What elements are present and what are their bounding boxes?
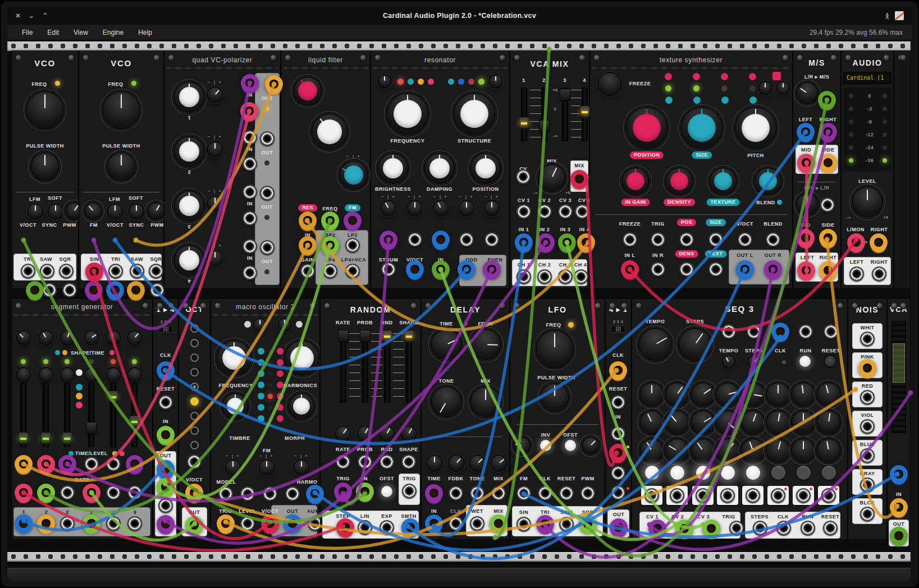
octave-dot[interactable] [190, 353, 199, 362]
voct-plug[interactable] [185, 484, 203, 502]
channel-switch[interactable] [158, 325, 173, 333]
trig-out-jack[interactable] [402, 484, 417, 498]
mode-teal-icon[interactable] [76, 384, 83, 391]
pulse-width-knob[interactable] [541, 384, 568, 411]
module-lfo[interactable]: LFO FREQ PULSE WIDTH INV OFST FM CLK RES… [510, 298, 605, 540]
in-plug-1[interactable] [241, 74, 259, 92]
module-vca-mix[interactable]: VCA MIX 1 2 3 4 +6 0 -∞ CV MIX -∞ +6 MIX… [510, 50, 589, 289]
model-jack-2[interactable] [240, 486, 255, 501]
seq-knob-r3c7[interactable] [792, 439, 815, 462]
size-jack[interactable] [708, 232, 723, 247]
lmon-plug[interactable] [847, 233, 865, 251]
step-light-3[interactable] [696, 466, 710, 480]
shape-knob-1[interactable] [17, 331, 30, 344]
in-jack-1[interactable] [611, 426, 625, 441]
time-knob[interactable] [432, 330, 461, 359]
out-plug-4[interactable] [157, 515, 175, 533]
lp4-jack[interactable] [323, 264, 337, 278]
harmo-plug[interactable] [306, 485, 324, 503]
shape-knob-4[interactable] [85, 331, 98, 344]
tl-plug-6[interactable] [126, 455, 144, 473]
wet-jack[interactable] [470, 516, 484, 531]
seq-knob-r2c3[interactable] [692, 411, 714, 434]
out-plug-1[interactable] [15, 514, 33, 532]
module-vco-2[interactable]: VCO FREQ PULSE WIDTH LFM SOFT FM V/OCT S… [79, 50, 164, 289]
cv-knob-3[interactable] [433, 201, 448, 215]
voct-jack[interactable] [738, 232, 752, 247]
in-gain-knob[interactable] [623, 168, 648, 194]
position-knob[interactable] [471, 154, 500, 183]
audio-device-display[interactable]: Cardinal (1 [843, 72, 891, 84]
time-knob-4[interactable] [85, 368, 98, 382]
ofst-button[interactable] [381, 486, 392, 497]
cv-knob-4[interactable] [459, 201, 474, 215]
out-r-plug[interactable] [764, 260, 782, 278]
level-knob[interactable] [853, 187, 882, 217]
out-jack-3[interactable] [60, 516, 75, 531]
morph-jack[interactable] [285, 486, 300, 501]
octave-dot-selected[interactable] [190, 397, 199, 406]
density-knob[interactable] [666, 168, 692, 194]
level-fader-5[interactable] [110, 383, 116, 447]
fader-1[interactable] [521, 88, 527, 141]
cv-knob-2[interactable] [408, 201, 422, 215]
cv2-plug[interactable] [675, 520, 693, 538]
pitch-knob[interactable] [735, 108, 776, 148]
time-knob-3[interactable] [61, 368, 74, 382]
voct-plug[interactable] [106, 281, 124, 299]
polarizer-knob-4[interactable] [175, 246, 204, 275]
bank-sel-knob[interactable] [278, 319, 291, 331]
cv-plug-1[interactable] [380, 231, 397, 249]
model-knob[interactable] [490, 75, 502, 88]
time-knob-2[interactable] [39, 368, 53, 382]
out-plug[interactable] [890, 527, 908, 545]
out-jack-2[interactable] [260, 131, 275, 146]
menu-view[interactable]: View [74, 29, 88, 36]
in-jack-4[interactable] [611, 485, 625, 500]
pos-jack[interactable] [679, 232, 694, 247]
gate-jack-5[interactable] [106, 485, 121, 500]
gate-cell-1[interactable] [641, 486, 662, 505]
menu-help[interactable]: Help [138, 29, 152, 36]
tempo-cv-jack[interactable] [721, 324, 736, 339]
level-fader-3[interactable] [64, 383, 70, 447]
shape-fader[interactable] [406, 330, 412, 403]
seq-knob-r3c3[interactable] [692, 439, 714, 462]
pink-plug[interactable] [858, 359, 876, 377]
cv-knob-1[interactable] [381, 201, 396, 215]
position-knob[interactable] [627, 108, 667, 148]
in-plug[interactable] [425, 514, 443, 532]
timbre-cv-knob[interactable] [226, 460, 240, 475]
rate-jack[interactable] [336, 454, 350, 469]
tl-jack-4[interactable] [84, 457, 99, 471]
violet-jack[interactable] [860, 419, 875, 434]
tl-plug-1[interactable] [15, 455, 33, 473]
fdbk-cv-knob[interactable] [449, 456, 464, 471]
seq-knob-r2c6[interactable] [767, 411, 789, 434]
even-plug[interactable] [483, 260, 501, 278]
seq-knob-r1c7[interactable] [792, 383, 815, 406]
text-jack[interactable] [708, 262, 723, 277]
voct-plug[interactable] [26, 281, 44, 299]
seq-knob-r1c4[interactable] [716, 383, 739, 406]
rnd-jack[interactable] [380, 454, 394, 469]
seq-knob-r3c8[interactable] [817, 439, 840, 462]
seq-knob-r2c5[interactable] [742, 411, 764, 434]
trig-plug[interactable] [217, 514, 235, 532]
polarizer-knob-1[interactable] [175, 82, 204, 112]
black-jack[interactable] [860, 507, 875, 521]
freq-knob[interactable] [27, 92, 63, 128]
seq-knob-r2c2[interactable] [666, 411, 688, 434]
shape-knob-3[interactable] [61, 331, 74, 344]
side2-plug[interactable] [819, 229, 837, 247]
cv-amount-knob-3[interactable] [208, 196, 222, 211]
time-knob-1[interactable] [17, 368, 30, 382]
cv-amount-knob-1[interactable] [208, 88, 222, 102]
seq-knob-r1c6[interactable] [767, 383, 789, 406]
cutoff-knob[interactable] [312, 114, 347, 149]
exp-jack[interactable] [380, 520, 394, 535]
out-jack-4[interactable] [260, 240, 275, 255]
side-plug[interactable] [819, 154, 837, 172]
seq-knob-r2c7[interactable] [792, 411, 815, 434]
collapse-icon[interactable]: ∧∧ [885, 13, 889, 19]
